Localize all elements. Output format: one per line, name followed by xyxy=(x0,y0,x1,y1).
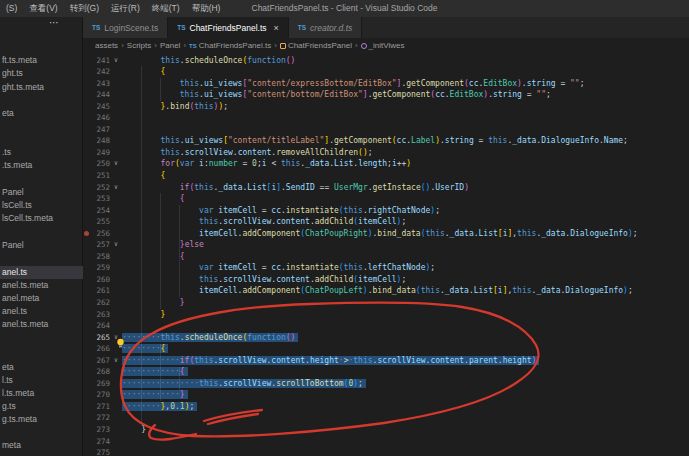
line-number[interactable]: 274 xyxy=(83,436,110,448)
lightbulb-icon[interactable] xyxy=(116,333,125,352)
code-text[interactable]: this.ui_views["content/titleLabel"].getC… xyxy=(122,135,628,147)
code-line[interactable]: 259 var itemCell = cc.instantiate(this.l… xyxy=(83,262,689,274)
code-text[interactable]: this.scheduleOnce(function() xyxy=(122,55,295,67)
breadcrumb-item-Panel[interactable]: Panel xyxy=(160,41,180,50)
line-number[interactable]: 270 xyxy=(83,389,110,401)
code-line[interactable]: 244 this.ui_views["content/bottom/EditBo… xyxy=(83,89,689,101)
code-line[interactable]: 250∨ for(var i:number = 0;i < this._data… xyxy=(83,158,689,170)
file-item[interactable]: g.ts xyxy=(0,400,83,413)
code-line[interactable]: 256 itemCell.addComponent(ChatPoupRight)… xyxy=(83,228,689,240)
fold-chevron-icon[interactable]: ∨ xyxy=(110,158,122,170)
line-number[interactable]: 258 xyxy=(83,251,110,263)
code-line[interactable]: 255 this.scrollView.content.addChild(ite… xyxy=(83,216,689,228)
line-number[interactable]: 257 xyxy=(83,239,110,251)
file-item[interactable]: l.ts.meta xyxy=(0,387,83,400)
code-text[interactable]: } xyxy=(122,297,185,309)
line-number[interactable]: 252 xyxy=(83,182,110,194)
file-item[interactable]: ft.ts.meta xyxy=(0,54,83,67)
line-number[interactable]: 262 xyxy=(83,297,110,309)
code-line[interactable]: 260 this.scrollView.content.addChild(ite… xyxy=(83,274,689,286)
code-text[interactable]: ········{ xyxy=(122,343,168,355)
code-line[interactable]: 267∨············if(this.scrollView.conte… xyxy=(83,355,689,367)
fold-chevron-icon[interactable]: ∨ xyxy=(110,355,122,367)
line-number[interactable]: 251 xyxy=(83,170,110,182)
file-item[interactable]: lsCell.ts.meta xyxy=(0,212,83,225)
code-text[interactable]: } xyxy=(122,424,146,436)
file-item[interactable]: ght.ts.meta xyxy=(0,81,83,94)
code-text[interactable]: itemCell.addComponent(ChatPoupRight).bin… xyxy=(122,228,638,240)
more-actions-icon[interactable]: ⋯ xyxy=(49,17,60,28)
line-number[interactable]: 250 xyxy=(83,158,110,170)
line-number[interactable]: 266 xyxy=(83,343,110,355)
line-number[interactable]: 246 xyxy=(83,112,110,124)
file-item[interactable]: Panel xyxy=(0,186,83,199)
file-item[interactable]: anel.ts.meta xyxy=(0,318,83,331)
line-number[interactable]: 268 xyxy=(83,366,110,378)
file-item[interactable]: eta xyxy=(0,107,83,120)
code-line[interactable]: 249 this.scrollView.content.removeAllChi… xyxy=(83,147,689,159)
line-number[interactable]: 253 xyxy=(83,193,110,205)
code-line[interactable]: 265∨········this.scheduleOnce(function() xyxy=(83,332,689,344)
line-number[interactable]: 249 xyxy=(83,147,110,159)
fold-chevron-icon[interactable]: ∨ xyxy=(110,55,122,67)
line-number[interactable]: 269 xyxy=(83,378,110,390)
code-text[interactable]: ········},0.1); xyxy=(122,401,197,413)
code-text[interactable]: ············{ xyxy=(122,366,188,378)
line-number[interactable]: 264 xyxy=(83,320,110,332)
breadcrumb-item-ChatFriendsPanel.ts[interactable]: TSChatFriendsPanel.ts xyxy=(189,41,271,50)
code-text[interactable]: for(var i:number = 0;i < this._data.List… xyxy=(122,158,411,170)
code-line[interactable]: 246 xyxy=(83,112,689,124)
code-line[interactable]: 271········},0.1); xyxy=(83,401,689,413)
code-text[interactable]: var itemCell = cc.instantiate(this.right… xyxy=(122,205,440,217)
code-text[interactable]: ················this.scrollView.scrollTo… xyxy=(122,378,366,390)
code-line[interactable]: 257∨ }else xyxy=(83,239,689,251)
line-number[interactable]: 263 xyxy=(83,309,110,321)
code-line[interactable]: 254 var itemCell = cc.instantiate(this.r… xyxy=(83,205,689,217)
code-line[interactable]: 248 this.ui_views["content/titleLabel"].… xyxy=(83,135,689,147)
code-text[interactable]: ············if(this.scrollView.content.h… xyxy=(122,355,539,367)
close-icon[interactable]: × xyxy=(274,23,279,33)
line-number[interactable]: 254 xyxy=(83,205,110,217)
line-number[interactable]: 247 xyxy=(83,124,110,136)
tab-LoginScene.ts[interactable]: TSLoginScene.ts xyxy=(83,17,168,38)
code-line[interactable]: 262 } xyxy=(83,297,689,309)
code-text[interactable]: itemCell.addComponent(ChatPoupLeft).bind… xyxy=(122,285,633,297)
code-text[interactable]: this.ui_views["content/bottom/EditBox"].… xyxy=(122,89,551,101)
code-line[interactable]: 251 { xyxy=(83,170,689,182)
code-line[interactable]: 269················this.scrollView.scrol… xyxy=(83,378,689,390)
fold-chevron-icon[interactable]: ∨ xyxy=(110,182,122,194)
code-text[interactable]: ············} xyxy=(122,389,188,401)
line-number[interactable]: 273 xyxy=(83,424,110,436)
code-text[interactable]: { xyxy=(122,66,165,78)
line-number[interactable]: 271 xyxy=(83,401,110,413)
file-item[interactable]: .ts xyxy=(0,146,83,159)
code-line[interactable]: 274 xyxy=(83,436,689,448)
line-number[interactable]: 260 xyxy=(83,274,110,286)
breadcrumb-item-Scripts[interactable]: Scripts xyxy=(127,41,151,50)
file-item[interactable]: anel.ts.meta xyxy=(0,279,83,292)
code-line[interactable]: 258 { xyxy=(83,251,689,263)
menu-item-3[interactable]: 运行(R) xyxy=(105,3,146,15)
code-text[interactable]: this.scrollView.content.addChild(itemCel… xyxy=(122,216,406,228)
menu-item-0[interactable]: (S) xyxy=(0,3,23,15)
fold-chevron-icon[interactable]: ∨ xyxy=(110,239,122,251)
line-number[interactable]: 267 xyxy=(83,355,110,367)
line-number[interactable]: 243 xyxy=(83,78,110,90)
menu-item-4[interactable]: 终端(T) xyxy=(146,3,186,15)
code-line[interactable]: 242 { xyxy=(83,66,689,78)
breadcrumb-item-assets[interactable]: assets xyxy=(95,41,118,50)
breadcrumb-item-ChatFriendsPanel[interactable]: ChatFriendsPanel xyxy=(280,41,352,50)
file-item[interactable]: anel.ts xyxy=(0,305,83,318)
code-line[interactable]: 247 xyxy=(83,124,689,136)
line-number[interactable]: 259 xyxy=(83,262,110,274)
code-editor[interactable]: 241∨ this.scheduleOnce(function()242 {24… xyxy=(83,53,689,456)
file-item[interactable]: .ts.meta xyxy=(0,159,83,172)
code-line[interactable]: 252∨ if(this._data.List[i].SendID == Use… xyxy=(83,182,689,194)
line-number[interactable]: 244 xyxy=(83,89,110,101)
breadcrumb-item-_initViwes[interactable]: _initViwes xyxy=(361,41,405,50)
code-line[interactable]: 261 itemCell.addComponent(ChatPoupLeft).… xyxy=(83,285,689,297)
code-line[interactable]: 273 } xyxy=(83,424,689,436)
tab-creator.d.ts[interactable]: TScreator.d.ts xyxy=(289,17,363,38)
code-line[interactable]: 245 }.bind(this)); xyxy=(83,101,689,113)
code-text[interactable]: this.scrollView.content.removeAllChildre… xyxy=(122,147,373,159)
